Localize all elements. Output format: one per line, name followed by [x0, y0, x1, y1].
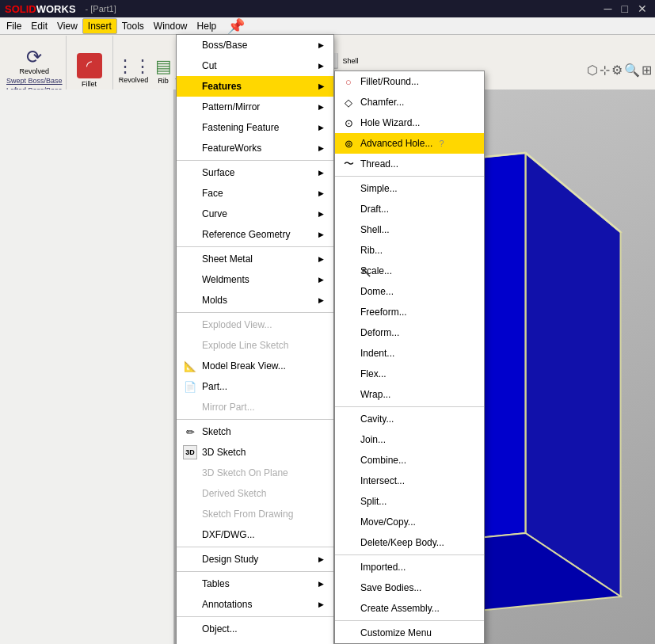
- menu-3d-sketch[interactable]: 3D3D Sketch: [177, 442, 333, 463]
- submenu-combine[interactable]: Combine...: [335, 450, 484, 471]
- toolbar-icon-3[interactable]: ⚙: [611, 63, 623, 78]
- submenu-draft[interactable]: Draft...: [335, 199, 484, 219]
- toolbar-btn-revolved[interactable]: ⟳ Revolved: [14, 46, 54, 76]
- submenu-split[interactable]: Split...: [335, 491, 484, 512]
- menu-face[interactable]: Face▶: [177, 183, 333, 204]
- menu-molds[interactable]: Molds▶: [177, 290, 333, 311]
- submenu-simple[interactable]: Simple...: [335, 178, 484, 199]
- submenu-indent[interactable]: Indent...: [335, 343, 484, 364]
- submenu-create-assembly[interactable]: Create Assembly...: [335, 598, 484, 619]
- submenu-intersect[interactable]: Intersect...: [335, 471, 484, 491]
- menu-annotations[interactable]: Annotations▶: [177, 594, 333, 615]
- toolbar-btn-linear-pattern[interactable]: ⋮⋮ Revolved: [115, 55, 153, 86]
- menu-dxf-dwg[interactable]: DXF/DWG...: [177, 524, 333, 545]
- submenu-fillet[interactable]: ○Fillet/Round...: [335, 71, 484, 92]
- menu-tools[interactable]: Tools: [117, 19, 149, 33]
- menu-object[interactable]: Object...: [177, 619, 333, 639]
- submenu-scale[interactable]: Scale...: [335, 261, 484, 281]
- submenu-shell[interactable]: Shell...: [335, 219, 484, 240]
- toolbar-icon-4[interactable]: 🔍: [624, 63, 640, 78]
- toolbar-icon-2[interactable]: ⊹: [600, 63, 610, 78]
- logo-works: WORKS: [36, 3, 76, 15]
- explode-line-icon: [183, 338, 197, 352]
- submenu-imported[interactable]: Imported...: [335, 557, 484, 577]
- tables-icon: [183, 577, 197, 591]
- submenu-thread[interactable]: 〜Thread...: [335, 154, 484, 174]
- menu-window[interactable]: Window: [149, 19, 192, 33]
- menu-surface[interactable]: Surface▶: [177, 162, 333, 183]
- menu-help[interactable]: Help: [192, 19, 222, 33]
- submenu-save-bodies[interactable]: Save Bodies...: [335, 577, 484, 598]
- submenu-draft-label: Draft...: [360, 204, 389, 215]
- menu-view[interactable]: View: [52, 19, 82, 33]
- sub-sep1: [335, 176, 484, 177]
- toolbar-btn-rib[interactable]: ▤ Rib: [154, 55, 173, 86]
- model-break-label: Model Break View...: [202, 360, 286, 372]
- submenu-scale-label: Scale...: [360, 265, 392, 276]
- menu-features[interactable]: Features▶: [177, 76, 333, 97]
- design-study-icon: [183, 552, 197, 566]
- submenu-cavity-icon: [341, 412, 356, 426]
- menu-edit[interactable]: Edit: [26, 19, 52, 33]
- dxf-icon: [183, 528, 197, 542]
- menu-boss-base[interactable]: Boss/Base▶: [177, 35, 333, 55]
- pin-icon[interactable]: 📌: [227, 17, 245, 35]
- toolbar-btn-swept[interactable]: Swept Boss/Base: [6, 77, 63, 85]
- menu-model-break[interactable]: 📐Model Break View...: [177, 356, 333, 376]
- menu-design-study[interactable]: Design Study▶: [177, 549, 333, 570]
- toolbar-icon-5[interactable]: ⊞: [642, 63, 652, 78]
- rib-label: Rib: [158, 77, 169, 85]
- menu-sheet-metal[interactable]: Sheet Metal▶: [177, 249, 333, 269]
- surface-icon: [183, 166, 197, 180]
- menu-file[interactable]: File: [2, 19, 26, 33]
- ref-geometry-arrow: ▶: [312, 231, 324, 238]
- sketch-from-drawing-label: Sketch From Drawing: [202, 509, 293, 520]
- menu-hyperlink[interactable]: 🔗Hyperlink...: [177, 639, 333, 644]
- menu-curve[interactable]: Curve▶: [177, 204, 333, 224]
- derived-sketch-icon: [183, 486, 197, 501]
- molds-label: Molds: [202, 295, 227, 306]
- submenu-chamfer[interactable]: ◇Chamfer...: [335, 92, 484, 112]
- menu-weldments[interactable]: Weldments▶: [177, 269, 333, 290]
- menu-cut[interactable]: Cut▶: [177, 55, 333, 76]
- menu-part[interactable]: 📄Part...: [177, 376, 333, 397]
- menu-insert[interactable]: Insert: [82, 18, 117, 34]
- submenu-move-copy[interactable]: Move/Copy...: [335, 512, 484, 532]
- toolbar-icon-1[interactable]: ⬡: [587, 63, 598, 78]
- submenu-shell-label: Shell...: [360, 224, 390, 235]
- minimize-button[interactable]: ─: [601, 2, 615, 15]
- 3d-sketch-plane-label: 3D Sketch On Plane: [202, 467, 288, 478]
- submenu-deform[interactable]: Deform...: [335, 322, 484, 343]
- submenu-dome-icon: [341, 284, 356, 299]
- molds-icon: [183, 293, 197, 307]
- submenu-dome[interactable]: Dome...: [335, 281, 484, 302]
- close-button[interactable]: ✕: [634, 2, 650, 15]
- submenu-hole-wizard[interactable]: ⊙Hole Wizard...: [335, 112, 484, 133]
- menu-sketch[interactable]: ✏Sketch: [177, 421, 333, 442]
- title-text: - [Part1]: [86, 4, 116, 13]
- menu-pattern-mirror[interactable]: Pattern/Mirror▶: [177, 97, 333, 117]
- menu-fastening[interactable]: Fastening Feature▶: [177, 117, 333, 138]
- 3d-sketch-label: 3D Sketch: [202, 447, 246, 458]
- part-icon: 📄: [183, 379, 197, 394]
- shell-label: Shell: [342, 57, 358, 65]
- submenu-cavity[interactable]: Cavity...: [335, 409, 484, 429]
- submenu-delete-keep[interactable]: Delete/Keep Body...: [335, 532, 484, 553]
- menu-ref-geometry[interactable]: Reference Geometry▶: [177, 224, 333, 245]
- submenu-move-copy-icon: [341, 515, 356, 529]
- submenu-join[interactable]: Join...: [335, 429, 484, 450]
- menu-tables[interactable]: Tables▶: [177, 574, 333, 594]
- menu-featureworks[interactable]: FeatureWorks▶: [177, 138, 333, 158]
- submenu-advanced-hole[interactable]: ⊚Advanced Hole...?: [335, 133, 484, 154]
- boss-base-label: Boss/Base: [202, 40, 247, 51]
- submenu-flex[interactable]: Flex...: [335, 364, 484, 384]
- submenu-rib[interactable]: Rib...: [335, 240, 484, 261]
- toolbar-btn-fillet[interactable]: ◜ Fillet: [70, 53, 109, 88]
- object-icon: [183, 622, 197, 636]
- submenu-hole-wizard-icon: ⊙: [341, 116, 356, 130]
- submenu-freeform[interactable]: Freeform...: [335, 302, 484, 322]
- maximize-button[interactable]: □: [619, 2, 631, 15]
- submenu-advanced-hole-icon: ⊚: [341, 136, 356, 151]
- submenu-wrap[interactable]: Wrap...: [335, 384, 484, 405]
- submenu-customize[interactable]: Customize Menu: [335, 623, 484, 643]
